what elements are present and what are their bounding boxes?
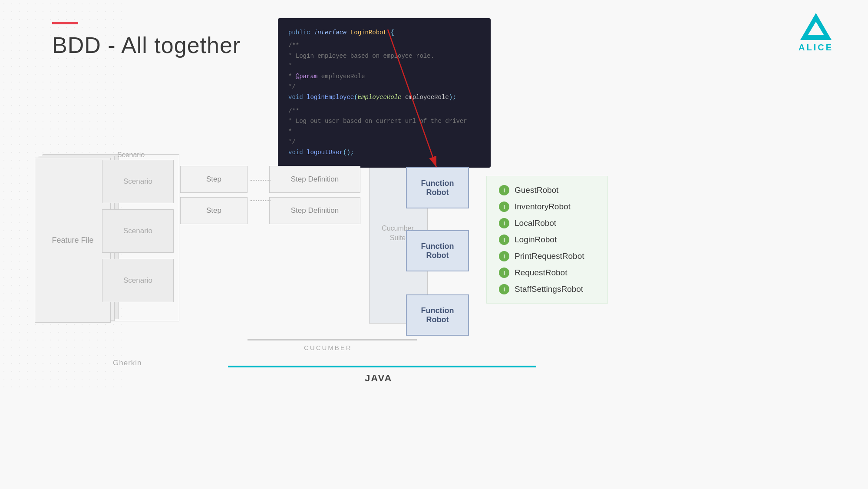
step-label-2: Step — [206, 206, 221, 215]
scenario-box-2: Scenario — [102, 209, 174, 253]
title-accent-bar — [52, 22, 78, 24]
scenario-label-3: Scenario — [123, 276, 152, 285]
robot-label-guest: GuestRobot — [515, 185, 558, 195]
step-label-1: Step — [206, 175, 221, 184]
title-area: BDD - All together — [52, 22, 241, 58]
robot-icon-guest: I — [499, 185, 509, 195]
steps-column: Step Step — [180, 166, 248, 224]
function-robot-2: FunctionRobot — [406, 230, 469, 271]
function-robot-3: FunctionRobot — [406, 294, 469, 336]
alice-logo-text: ALICE — [799, 43, 833, 53]
robot-item-staffsettings: I StaffSettingsRobot — [499, 284, 595, 294]
gherkin-label: Gherkin — [113, 359, 142, 367]
scenarios-column: Scenario Scenario Scenario — [102, 160, 174, 302]
feature-file-paper: Feature File — [35, 158, 111, 323]
function-robot-1: FunctionRobot — [406, 167, 469, 208]
stepdef-label-2: Step Definition — [291, 206, 339, 215]
robot-label-staffsettings: StaffSettingsRobot — [515, 284, 583, 294]
robot-item-printrequest: I PrintRequestRobot — [499, 251, 595, 261]
stepdefs-column: Step Definition Step Definition — [269, 166, 360, 224]
scenario-box-3: Scenario — [102, 259, 174, 302]
robot-icon-printrequest: I — [499, 251, 509, 261]
robot-item-inventory: I InventoryRobot — [499, 202, 595, 212]
scenario-group-label: Scenario — [117, 151, 145, 159]
feature-file-label: Feature File — [52, 236, 93, 245]
robot-item-guest: I GuestRobot — [499, 185, 595, 195]
cucumber-divider — [248, 339, 417, 340]
java-divider — [228, 366, 536, 367]
cucumber-label: CUCUMBER — [304, 344, 352, 351]
page-title: BDD - All together — [52, 32, 241, 58]
stepdef-box-2: Step Definition — [269, 197, 360, 224]
alice-triangle-icon — [800, 13, 832, 40]
code-block: public interface LoginRobot { /** * Logi… — [278, 18, 491, 168]
stepdef-box-1: Step Definition — [269, 166, 360, 193]
robot-label-request: RequestRobot — [515, 268, 567, 278]
alice-logo: ALICE — [799, 13, 833, 53]
scenario-label-1: Scenario — [123, 177, 152, 186]
robot-item-login: I LoginRobot — [499, 235, 595, 245]
step-box-2: Step — [180, 197, 248, 224]
scenario-box-1: Scenario — [102, 160, 174, 203]
robot-item-request: I RequestRobot — [499, 268, 595, 278]
robot-label-printrequest: PrintRequestRobot — [515, 251, 584, 261]
robot-label-login: LoginRobot — [515, 235, 557, 244]
step-box-1: Step — [180, 166, 248, 193]
java-label: JAVA — [365, 373, 392, 384]
robot-list: I GuestRobot I InventoryRobot I LocalRob… — [486, 176, 608, 304]
dotted-line-1 — [250, 180, 271, 181]
robot-icon-login: I — [499, 235, 509, 245]
robot-icon-staffsettings: I — [499, 284, 509, 294]
robot-label-local: LocalRobot — [515, 218, 556, 228]
stepdef-label-1: Step Definition — [291, 175, 339, 184]
robot-item-local: I LocalRobot — [499, 218, 595, 228]
dotted-line-2 — [250, 200, 271, 201]
robot-label-inventory: InventoryRobot — [515, 202, 571, 211]
robot-icon-inventory: I — [499, 202, 509, 212]
robot-icon-request: I — [499, 268, 509, 278]
scenario-label-2: Scenario — [123, 227, 152, 235]
robot-icon-local: I — [499, 218, 509, 228]
